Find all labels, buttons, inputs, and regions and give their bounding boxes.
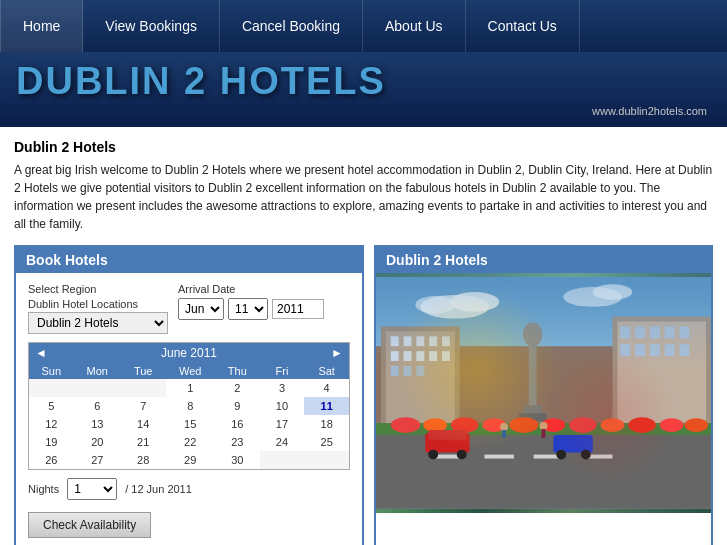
cal-day[interactable]: 1 [166, 379, 215, 397]
cal-day[interactable]: 24 [260, 433, 305, 451]
cal-day-header: Sun [29, 363, 74, 379]
cal-day-header: Wed [166, 363, 215, 379]
svg-rect-27 [650, 326, 660, 338]
arrival-year-input[interactable] [272, 299, 324, 319]
cal-day[interactable]: 15 [166, 415, 215, 433]
cal-day[interactable]: 16 [215, 415, 260, 433]
svg-rect-67 [542, 429, 546, 438]
svg-rect-29 [679, 326, 689, 338]
cal-day[interactable]: 12 [29, 415, 74, 433]
book-hotels-inner: Select Region Dublin Hotel Locations Dub… [16, 273, 362, 545]
cal-day-header: Fri [260, 363, 305, 379]
cal-day[interactable]: 17 [260, 415, 305, 433]
cal-day[interactable]: 20 [74, 433, 121, 451]
svg-rect-8 [381, 326, 460, 444]
cal-day[interactable]: 27 [74, 451, 121, 469]
region-select[interactable]: Dublin 2 Hotels [28, 312, 168, 334]
svg-rect-57 [425, 433, 469, 453]
hotel-image [376, 273, 711, 513]
cal-day[interactable]: 25 [304, 433, 349, 451]
svg-rect-25 [620, 326, 630, 338]
nights-select[interactable]: 1 [67, 478, 117, 500]
svg-point-63 [581, 450, 591, 460]
cal-day[interactable]: 9 [215, 397, 260, 415]
book-hotels-box: Book Hotels Select Region Dublin Hotel L… [14, 245, 364, 545]
svg-rect-31 [635, 344, 645, 356]
cal-prev-btn[interactable]: ◄ [35, 346, 47, 360]
svg-rect-9 [386, 331, 455, 439]
calendar-header: ◄ June 2011 ► [29, 343, 349, 363]
nights-row: Nights 1 / 12 Jun 2011 [28, 478, 350, 500]
nav-about-us[interactable]: About Us [363, 0, 466, 52]
svg-point-54 [628, 417, 656, 433]
svg-point-36 [523, 323, 543, 347]
calendar-grid: SunMonTueWedThuFriSat 123456789101112131… [29, 363, 349, 469]
cal-day[interactable]: 10 [260, 397, 305, 415]
cal-empty [260, 451, 305, 469]
region-label: Select Region [28, 283, 168, 295]
header: DUBLIN 2 HOTELS www.dublin2hotels.com [0, 52, 727, 127]
cal-day[interactable]: 28 [121, 451, 166, 469]
svg-rect-35 [529, 336, 537, 415]
cal-day[interactable]: 11 [304, 397, 349, 415]
cal-day[interactable]: 5 [29, 397, 74, 415]
arrival-month-select[interactable]: Jun [178, 298, 224, 320]
svg-rect-58 [428, 430, 466, 440]
calendar-month-label: June 2011 [161, 346, 217, 360]
cal-day[interactable]: 3 [260, 379, 305, 397]
svg-point-56 [684, 418, 708, 432]
cal-day[interactable]: 4 [304, 379, 349, 397]
nav-cancel-booking[interactable]: Cancel Booking [220, 0, 363, 52]
svg-rect-44 [583, 455, 613, 459]
cal-day[interactable]: 7 [121, 397, 166, 415]
cal-day[interactable]: 22 [166, 433, 215, 451]
intro-title: Dublin 2 Hotels [14, 139, 713, 155]
svg-rect-45 [376, 423, 711, 435]
svg-point-52 [569, 417, 597, 433]
region-section: Select Region Dublin Hotel Locations Dub… [28, 283, 168, 334]
svg-rect-19 [442, 351, 450, 361]
cal-day[interactable]: 29 [166, 451, 215, 469]
svg-point-47 [423, 418, 447, 432]
svg-point-6 [593, 284, 632, 300]
navigation: Home View Bookings Cancel Booking About … [0, 0, 727, 52]
cal-day-header: Mon [74, 363, 121, 379]
svg-rect-15 [391, 351, 399, 361]
svg-point-3 [450, 292, 499, 312]
cal-day[interactable]: 23 [215, 433, 260, 451]
cal-day[interactable]: 2 [215, 379, 260, 397]
svg-point-50 [509, 417, 539, 433]
cal-day[interactable]: 19 [29, 433, 74, 451]
book-hotels-header: Book Hotels [16, 247, 362, 273]
cal-day-header: Thu [215, 363, 260, 379]
check-availability-button[interactable]: Check Availability [28, 512, 151, 538]
cal-day[interactable]: 14 [121, 415, 166, 433]
svg-point-64 [500, 423, 508, 431]
svg-point-49 [482, 418, 506, 432]
nav-home[interactable]: Home [0, 0, 83, 52]
svg-rect-43 [534, 455, 564, 459]
cal-day[interactable]: 26 [29, 451, 74, 469]
cal-day[interactable]: 21 [121, 433, 166, 451]
svg-rect-22 [416, 366, 424, 376]
nav-contact-us[interactable]: Contact Us [466, 0, 580, 52]
svg-point-62 [556, 450, 566, 460]
svg-rect-33 [665, 344, 675, 356]
svg-point-53 [601, 418, 625, 432]
cal-day[interactable]: 18 [304, 415, 349, 433]
svg-point-5 [563, 287, 622, 307]
cal-next-btn[interactable]: ► [331, 346, 343, 360]
nav-view-bookings[interactable]: View Bookings [83, 0, 220, 52]
cal-day[interactable]: 6 [74, 397, 121, 415]
cal-day[interactable]: 8 [166, 397, 215, 415]
svg-point-59 [428, 450, 438, 460]
svg-point-51 [542, 418, 566, 432]
svg-rect-14 [442, 336, 450, 346]
svg-rect-7 [376, 346, 711, 474]
cal-day[interactable]: 13 [74, 415, 121, 433]
svg-rect-32 [650, 344, 660, 356]
cal-day-header: Sat [304, 363, 349, 379]
svg-rect-12 [416, 336, 424, 346]
arrival-day-select[interactable]: 11 [228, 298, 268, 320]
cal-day[interactable]: 30 [215, 451, 260, 469]
